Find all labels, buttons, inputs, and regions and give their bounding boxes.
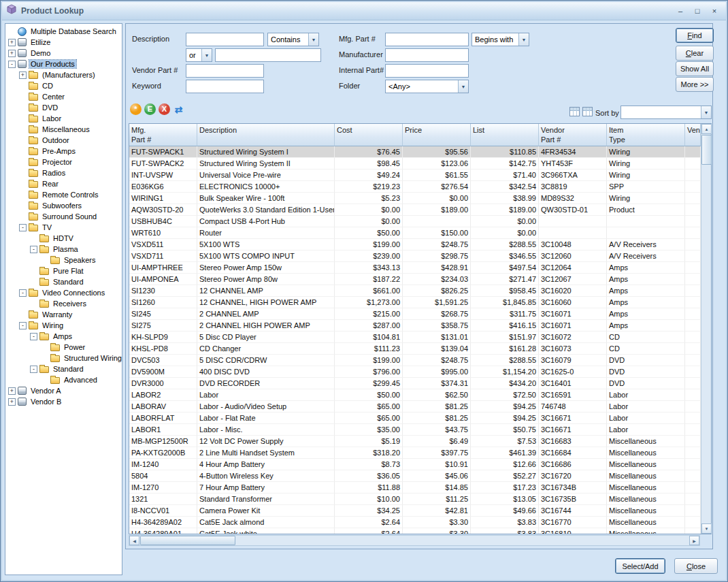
customize-columns-icon-2[interactable] xyxy=(582,107,593,116)
table-row[interactable]: SI2752 CHANNEL HIGH POWER AMP$287.00$358… xyxy=(129,320,701,332)
table-row[interactable]: WRT610Router$50.00$150.00$0.00 xyxy=(129,227,701,239)
scroll-right-icon[interactable]: ▶ xyxy=(689,536,699,545)
tree-item-vendor-b[interactable]: +Vendor B xyxy=(5,396,122,407)
scroll-left-icon[interactable]: ◀ xyxy=(129,536,139,545)
table-row[interactable]: I8-NCCV01Camera Power Kit$34.25$42.81$49… xyxy=(129,505,701,517)
table-row[interactable]: LABORAVLabor - Audio/Video Setup$65.00$8… xyxy=(129,401,701,413)
column-header-description[interactable]: Description xyxy=(197,124,335,146)
column-header-cost[interactable]: Cost xyxy=(335,124,403,146)
tree-item-center[interactable]: Center xyxy=(5,91,122,102)
collapse-icon[interactable]: - xyxy=(19,224,27,231)
customize-columns-icon-1[interactable] xyxy=(569,107,580,116)
tree-item-structured-wiring[interactable]: Structured Wiring xyxy=(5,353,122,363)
tree-item-demo[interactable]: +Demo xyxy=(5,48,122,59)
table-row[interactable]: KHSL-PD8CD Changer$111.23$139.04$161.283… xyxy=(129,343,701,355)
select-add-button[interactable]: Select/Add xyxy=(615,558,665,574)
mfg-part-input[interactable] xyxy=(385,33,469,46)
vendor-part-input[interactable] xyxy=(186,64,264,78)
tree-item-wiring[interactable]: -Wiring xyxy=(5,320,122,331)
tree-item-plasma[interactable]: -Plasma xyxy=(5,244,122,255)
table-row[interactable]: INT-UVSPWUniversal Voice Pre-wire$49.24$… xyxy=(129,169,701,181)
table-row[interactable]: SI126012 CHANNEL, HIGH POWER AMP$1,273.0… xyxy=(129,297,701,308)
tree-item-manufacturers[interactable]: +(Manufacturers) xyxy=(5,69,122,80)
minimize-button[interactable]: – xyxy=(673,5,688,17)
description-input[interactable] xyxy=(186,33,264,46)
scroll-down-icon[interactable]: ▼ xyxy=(701,523,712,534)
tree-item-miscellaneous[interactable]: Miscellaneous xyxy=(5,124,122,135)
description-match-dropdown[interactable]: Contains ▼ xyxy=(267,33,319,46)
table-row[interactable]: DVR3000DVD RECORDER$299.45$374.31$434.20… xyxy=(129,378,701,389)
table-row[interactable]: VSXD5115X100 WTS$199.00$248.75$288.553C1… xyxy=(129,239,701,250)
table-row[interactable]: IM-12404 Hour Amp Battery$8.73$10.91$12.… xyxy=(129,459,701,470)
column-header-vendor_part[interactable]: Vendor Part # xyxy=(539,124,607,146)
tree-item-tv[interactable]: -TV xyxy=(5,222,122,233)
table-row[interactable]: KH-SLPD95 Disc CD Player$104.81$131.01$1… xyxy=(129,332,701,343)
chevron-down-icon[interactable]: ▼ xyxy=(458,80,468,93)
tree-item-warranty[interactable]: Warranty xyxy=(5,309,122,320)
column-header-list[interactable]: List xyxy=(471,124,539,146)
manufacturer-input[interactable] xyxy=(385,48,469,62)
tree-item-rear[interactable]: Rear xyxy=(5,178,122,189)
tree-item-outdoor[interactable]: Outdoor xyxy=(5,135,122,146)
tree-item-remote-controls[interactable]: Remote Controls xyxy=(5,189,122,200)
scroll-up-icon[interactable]: ▲ xyxy=(701,124,712,134)
table-row[interactable]: FUT-SWPACK2Structured Wiring System II$9… xyxy=(129,158,701,169)
table-row[interactable]: LABOR2Labor$50.00$62.50$72.503C16591Labo… xyxy=(129,389,701,401)
table-row[interactable]: 1321Standard Transformer$10.00$11.25$13.… xyxy=(129,494,701,505)
tree-item-pure-flat[interactable]: Pure Flat xyxy=(5,265,122,276)
horizontal-scroll-thumb[interactable] xyxy=(140,536,235,545)
table-row[interactable]: UI-AMPTHREEStereo Power Amp 150w$343.13$… xyxy=(129,262,701,274)
tree-item-subwoofers[interactable]: Subwoofers xyxy=(5,200,122,211)
tree-item-speakers[interactable]: Speakers xyxy=(5,255,122,265)
column-header-vendor[interactable]: Vendor xyxy=(685,124,701,146)
compare-arrows-icon[interactable]: ⇄ xyxy=(173,103,184,115)
folder-dropdown[interactable]: <Any> ▼ xyxy=(385,80,469,93)
tree-item-standard[interactable]: -Standard xyxy=(5,363,122,374)
sort-by-dropdown[interactable]: ▼ xyxy=(621,106,712,119)
tree-item-surround-sound[interactable]: Surround Sound xyxy=(5,211,122,222)
tree-item-pre-amps[interactable]: Pre-Amps xyxy=(5,146,122,157)
vertical-scrollbar[interactable]: ▲ ▼ xyxy=(701,124,711,534)
table-row[interactable]: VSXD7115X100 WTS COMPO INPUT$239.00$298.… xyxy=(129,250,701,262)
close-window-button[interactable]: × xyxy=(707,5,722,17)
collapse-icon[interactable]: - xyxy=(19,322,27,329)
collapse-icon[interactable]: - xyxy=(30,246,37,253)
table-row[interactable]: H4-364289A01Cat5E Jack white$2.64$3.30$3… xyxy=(129,528,701,534)
tree-item-standard[interactable]: Standard xyxy=(5,276,122,287)
table-row[interactable]: DV5900M400 DISC DVD$796.00$995.00$1,154.… xyxy=(129,366,701,378)
table-row[interactable]: AQW30STD-20QuoteWerks 3.0 Standard Editi… xyxy=(129,204,701,216)
table-row[interactable]: LABORFLATLabor - Flat Rate$65.00$81.25$9… xyxy=(129,413,701,424)
delete-icon[interactable]: X xyxy=(159,103,170,115)
maximize-button[interactable]: □ xyxy=(690,5,705,17)
expand-icon[interactable]: + xyxy=(8,39,16,46)
chevron-down-icon[interactable]: ▼ xyxy=(201,49,212,61)
table-row[interactable]: 58044-Button Wireless Key$36.05$45.06$52… xyxy=(129,470,701,482)
tree-item-projector[interactable]: Projector xyxy=(5,157,122,167)
tree-item-our-products[interactable]: -Our Products xyxy=(5,59,122,69)
table-row[interactable]: WIRING1Bulk Speaker Wire - 100ft$5.23$0.… xyxy=(129,193,701,204)
table-row[interactable]: MB-MGP12500R12 Volt DC Power Supply$5.19… xyxy=(129,436,701,447)
more-button[interactable]: More >> xyxy=(676,77,714,92)
table-row[interactable]: FUT-SWPACK1Structured Wiring System I$76… xyxy=(129,146,701,158)
tree-item-advanced[interactable]: Advanced xyxy=(5,374,122,385)
table-row[interactable]: LABOR1Labor - Misc.$35.00$43.75$50.753C1… xyxy=(129,424,701,436)
tree-item-multiple-database-search[interactable]: Multiple Database Search xyxy=(5,26,122,37)
vertical-scroll-thumb[interactable] xyxy=(701,135,712,165)
table-row[interactable]: SI123012 CHANNEL AMP$661.00$826.25$958.4… xyxy=(129,285,701,297)
table-row[interactable]: USBHUB4CCompact USB 4-Port Hub$0.00$0.00 xyxy=(129,216,701,227)
table-row[interactable]: H4-364289A02Cat5E Jack almond$2.64$3.30$… xyxy=(129,517,701,528)
expand-icon[interactable]: + xyxy=(8,50,16,57)
table-row[interactable]: E036KG6ELECTRONICS 10000+$219.23$276.54$… xyxy=(129,181,701,193)
tree-item-dvd[interactable]: DVD xyxy=(5,102,122,113)
etilize-icon[interactable]: E xyxy=(144,103,156,115)
internal-part-input[interactable] xyxy=(385,64,469,78)
new-special-icon[interactable]: * xyxy=(130,103,142,115)
collapse-icon[interactable]: - xyxy=(19,289,27,297)
tree-item-vendor-a[interactable]: +Vendor A xyxy=(5,385,122,396)
collapse-icon[interactable]: - xyxy=(30,333,37,340)
table-row[interactable]: DVC5035 DISC CDR/CDRW$199.00$248.75$288.… xyxy=(129,355,701,366)
titlebar[interactable]: Product Lookup – □ × xyxy=(2,2,726,20)
chevron-down-icon[interactable]: ▼ xyxy=(701,106,711,118)
tree-item-receivers[interactable]: Receivers xyxy=(5,298,122,309)
keyword-input[interactable] xyxy=(186,80,264,93)
